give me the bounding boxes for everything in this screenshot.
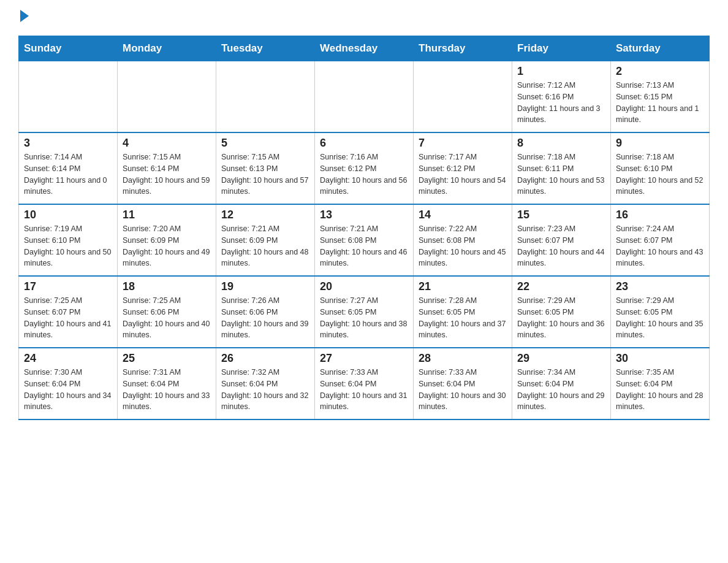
day-cell: 8Sunrise: 7:18 AMSunset: 6:11 PMDaylight…	[512, 132, 611, 204]
day-number: 10	[24, 209, 112, 221]
day-number: 18	[123, 280, 211, 293]
day-number: 3	[24, 137, 112, 150]
day-number: 2	[616, 65, 704, 78]
day-cell: 12Sunrise: 7:21 AMSunset: 6:09 PMDayligh…	[216, 204, 315, 276]
day-cell: 25Sunrise: 7:31 AMSunset: 6:04 PMDayligh…	[118, 348, 216, 419]
weekday-header-monday: Monday	[118, 36, 216, 61]
day-number: 24	[24, 352, 112, 365]
day-cell: 23Sunrise: 7:29 AMSunset: 6:05 PMDayligh…	[611, 276, 710, 348]
day-cell	[414, 61, 512, 133]
day-info: Sunrise: 7:17 AMSunset: 6:12 PMDaylight:…	[419, 151, 507, 197]
day-info: Sunrise: 7:24 AMSunset: 6:07 PMDaylight:…	[616, 223, 704, 269]
day-cell	[216, 61, 315, 133]
weekday-header-saturday: Saturday	[611, 36, 710, 61]
day-number: 8	[517, 137, 605, 150]
day-number: 20	[320, 280, 408, 293]
day-cell: 6Sunrise: 7:16 AMSunset: 6:12 PMDaylight…	[315, 132, 414, 204]
day-number: 5	[221, 137, 309, 150]
day-cell: 1Sunrise: 7:12 AMSunset: 6:16 PMDaylight…	[512, 61, 611, 133]
day-number: 29	[517, 352, 605, 365]
day-cell	[315, 61, 414, 133]
day-number: 25	[123, 352, 211, 365]
day-number: 6	[320, 137, 408, 150]
day-info: Sunrise: 7:15 AMSunset: 6:14 PMDaylight:…	[123, 151, 211, 197]
day-cell: 13Sunrise: 7:21 AMSunset: 6:08 PMDayligh…	[315, 204, 414, 276]
weekday-header-row: SundayMondayTuesdayWednesdayThursdayFrid…	[19, 36, 710, 61]
day-info: Sunrise: 7:13 AMSunset: 6:15 PMDaylight:…	[616, 80, 704, 126]
day-number: 21	[419, 280, 507, 293]
weekday-header-thursday: Thursday	[414, 36, 512, 61]
day-cell: 29Sunrise: 7:34 AMSunset: 6:04 PMDayligh…	[512, 348, 611, 419]
day-cell: 16Sunrise: 7:24 AMSunset: 6:07 PMDayligh…	[611, 204, 710, 276]
week-row-3: 10Sunrise: 7:19 AMSunset: 6:10 PMDayligh…	[19, 204, 710, 276]
day-info: Sunrise: 7:32 AMSunset: 6:04 PMDaylight:…	[221, 367, 309, 413]
day-cell: 2Sunrise: 7:13 AMSunset: 6:15 PMDaylight…	[611, 61, 710, 133]
day-cell: 22Sunrise: 7:29 AMSunset: 6:05 PMDayligh…	[512, 276, 611, 348]
day-cell: 4Sunrise: 7:15 AMSunset: 6:14 PMDaylight…	[118, 132, 216, 204]
day-cell: 15Sunrise: 7:23 AMSunset: 6:07 PMDayligh…	[512, 204, 611, 276]
day-number: 23	[616, 280, 704, 293]
day-number: 11	[123, 209, 211, 221]
day-number: 7	[419, 137, 507, 150]
page-header	[18, 12, 710, 25]
day-info: Sunrise: 7:34 AMSunset: 6:04 PMDaylight:…	[517, 367, 605, 413]
day-info: Sunrise: 7:25 AMSunset: 6:07 PMDaylight:…	[24, 295, 112, 341]
day-info: Sunrise: 7:35 AMSunset: 6:04 PMDaylight:…	[616, 367, 704, 413]
day-number: 30	[616, 352, 704, 365]
week-row-2: 3Sunrise: 7:14 AMSunset: 6:14 PMDaylight…	[19, 132, 710, 204]
day-cell: 5Sunrise: 7:15 AMSunset: 6:13 PMDaylight…	[216, 132, 315, 204]
logo	[18, 12, 29, 25]
day-cell: 17Sunrise: 7:25 AMSunset: 6:07 PMDayligh…	[19, 276, 118, 348]
day-info: Sunrise: 7:27 AMSunset: 6:05 PMDaylight:…	[320, 295, 408, 341]
day-info: Sunrise: 7:15 AMSunset: 6:13 PMDaylight:…	[221, 151, 309, 197]
day-number: 26	[221, 352, 309, 365]
calendar-table: SundayMondayTuesdayWednesdayThursdayFrid…	[18, 36, 710, 420]
day-number: 1	[517, 65, 605, 78]
day-cell: 3Sunrise: 7:14 AMSunset: 6:14 PMDaylight…	[19, 132, 118, 204]
weekday-header-sunday: Sunday	[19, 36, 118, 61]
day-info: Sunrise: 7:18 AMSunset: 6:11 PMDaylight:…	[517, 151, 605, 197]
day-info: Sunrise: 7:31 AMSunset: 6:04 PMDaylight:…	[123, 367, 211, 413]
day-cell: 14Sunrise: 7:22 AMSunset: 6:08 PMDayligh…	[414, 204, 512, 276]
day-info: Sunrise: 7:29 AMSunset: 6:05 PMDaylight:…	[517, 295, 605, 341]
day-number: 27	[320, 352, 408, 365]
week-row-5: 24Sunrise: 7:30 AMSunset: 6:04 PMDayligh…	[19, 348, 710, 419]
day-info: Sunrise: 7:19 AMSunset: 6:10 PMDaylight:…	[24, 223, 112, 269]
day-number: 4	[123, 137, 211, 150]
week-row-4: 17Sunrise: 7:25 AMSunset: 6:07 PMDayligh…	[19, 276, 710, 348]
day-cell: 7Sunrise: 7:17 AMSunset: 6:12 PMDaylight…	[414, 132, 512, 204]
day-number: 16	[616, 209, 704, 221]
day-cell: 20Sunrise: 7:27 AMSunset: 6:05 PMDayligh…	[315, 276, 414, 348]
weekday-header-tuesday: Tuesday	[216, 36, 315, 61]
day-number: 9	[616, 137, 704, 150]
weekday-header-friday: Friday	[512, 36, 611, 61]
weekday-header-wednesday: Wednesday	[315, 36, 414, 61]
day-cell	[19, 61, 118, 133]
day-number: 28	[419, 352, 507, 365]
day-info: Sunrise: 7:33 AMSunset: 6:04 PMDaylight:…	[320, 367, 408, 413]
day-cell: 19Sunrise: 7:26 AMSunset: 6:06 PMDayligh…	[216, 276, 315, 348]
day-info: Sunrise: 7:28 AMSunset: 6:05 PMDaylight:…	[419, 295, 507, 341]
day-info: Sunrise: 7:23 AMSunset: 6:07 PMDaylight:…	[517, 223, 605, 269]
week-row-1: 1Sunrise: 7:12 AMSunset: 6:16 PMDaylight…	[19, 61, 710, 133]
day-cell: 11Sunrise: 7:20 AMSunset: 6:09 PMDayligh…	[118, 204, 216, 276]
day-info: Sunrise: 7:33 AMSunset: 6:04 PMDaylight:…	[419, 367, 507, 413]
day-cell: 18Sunrise: 7:25 AMSunset: 6:06 PMDayligh…	[118, 276, 216, 348]
day-info: Sunrise: 7:25 AMSunset: 6:06 PMDaylight:…	[123, 295, 211, 341]
day-number: 17	[24, 280, 112, 293]
day-number: 13	[320, 209, 408, 221]
day-number: 19	[221, 280, 309, 293]
day-cell: 26Sunrise: 7:32 AMSunset: 6:04 PMDayligh…	[216, 348, 315, 419]
day-number: 22	[517, 280, 605, 293]
day-cell: 21Sunrise: 7:28 AMSunset: 6:05 PMDayligh…	[414, 276, 512, 348]
day-info: Sunrise: 7:21 AMSunset: 6:08 PMDaylight:…	[320, 223, 408, 269]
day-info: Sunrise: 7:12 AMSunset: 6:16 PMDaylight:…	[517, 80, 605, 126]
day-number: 15	[517, 209, 605, 221]
day-info: Sunrise: 7:18 AMSunset: 6:10 PMDaylight:…	[616, 151, 704, 197]
day-cell: 9Sunrise: 7:18 AMSunset: 6:10 PMDaylight…	[611, 132, 710, 204]
day-cell: 27Sunrise: 7:33 AMSunset: 6:04 PMDayligh…	[315, 348, 414, 419]
day-cell: 24Sunrise: 7:30 AMSunset: 6:04 PMDayligh…	[19, 348, 118, 419]
day-info: Sunrise: 7:30 AMSunset: 6:04 PMDaylight:…	[24, 367, 112, 413]
day-number: 14	[419, 209, 507, 221]
day-info: Sunrise: 7:20 AMSunset: 6:09 PMDaylight:…	[123, 223, 211, 269]
